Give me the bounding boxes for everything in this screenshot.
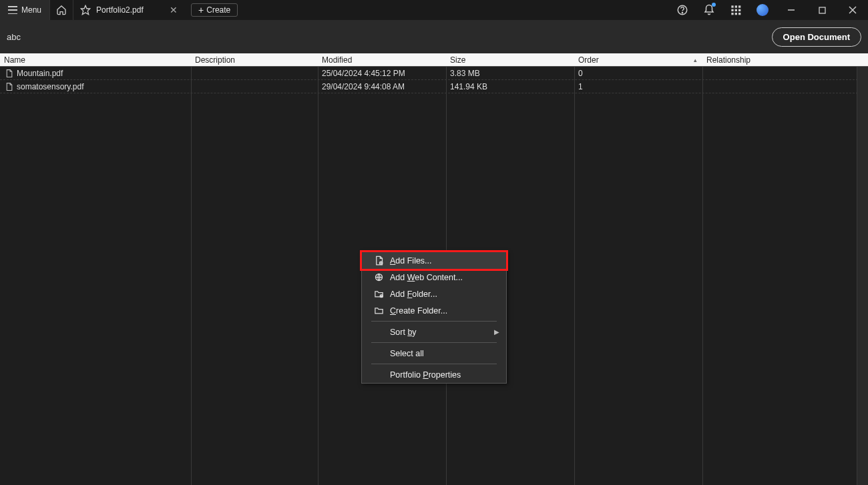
apps-button[interactable]	[722, 0, 749, 20]
column-header-name[interactable]: Name	[0, 55, 191, 65]
notifications-button[interactable]	[696, 0, 722, 20]
create-label: Create	[206, 5, 230, 15]
globe-icon	[756, 4, 769, 16]
context-menu-label: Add Web Content...	[386, 273, 499, 282]
column-header-relationship[interactable]: Relationship	[702, 55, 868, 65]
notification-dot-icon	[712, 3, 716, 7]
close-window-button[interactable]	[837, 0, 868, 20]
maximize-button[interactable]	[807, 0, 837, 20]
context-menu-sort-by[interactable]: Sort by ▶	[362, 324, 506, 340]
table-body[interactable]: Mountain.pdf 25/04/2024 4:45:12 PM 3.83 …	[0, 67, 868, 485]
submenu-arrow-icon: ▶	[494, 328, 499, 336]
scrollbar[interactable]	[857, 67, 868, 485]
svg-marker-0	[81, 5, 89, 14]
minimize-icon	[787, 6, 795, 14]
file-name: somatosensory.pdf	[17, 82, 84, 91]
svg-rect-3	[731, 5, 733, 7]
table-row[interactable]: somatosensory.pdf 29/04/2024 9:44:08 AM …	[0, 80, 868, 93]
context-menu-label: Create Folder...	[386, 306, 499, 316]
context-menu-separator	[371, 364, 497, 364]
cell-order: 0	[574, 69, 702, 78]
svg-rect-8	[738, 9, 740, 11]
svg-point-2	[682, 13, 682, 13]
breadcrumb: abc	[7, 32, 21, 42]
context-menu-separator	[371, 342, 497, 343]
tab-title: Portfolio2.pdf	[96, 5, 144, 15]
hamburger-icon	[8, 6, 17, 14]
add-folder-icon	[371, 289, 386, 299]
cell-size: 3.83 MB	[446, 69, 574, 78]
column-header-order[interactable]: Order ▴	[574, 55, 702, 65]
cell-modified: 29/04/2024 9:44:08 AM	[318, 82, 446, 91]
document-tab[interactable]: Portfolio2.pdf ✕	[73, 0, 187, 20]
context-menu-label: Portfolio Properties	[386, 370, 499, 380]
help-icon	[676, 4, 688, 16]
context-menu-select-all[interactable]: Select all	[362, 345, 506, 362]
context-menu-create-folder[interactable]: Create Folder...	[362, 302, 506, 319]
plus-icon: +	[198, 5, 204, 15]
context-menu-label: Select all	[386, 349, 499, 358]
web-icon	[371, 272, 386, 282]
open-document-label: Open Document	[783, 32, 850, 42]
grid-icon	[730, 5, 741, 15]
column-header-modified[interactable]: Modified	[318, 55, 446, 65]
svg-rect-13	[819, 7, 825, 13]
column-header-size[interactable]: Size	[446, 55, 574, 65]
close-tab-button[interactable]: ✕	[167, 5, 180, 15]
column-header-description[interactable]: Description	[191, 55, 318, 65]
cell-size: 141.94 KB	[446, 82, 574, 91]
svg-rect-6	[731, 9, 733, 11]
context-menu-label: Sort by	[386, 328, 494, 337]
account-button[interactable]	[749, 0, 776, 20]
context-menu-add-folder[interactable]: Add Folder...	[362, 286, 506, 302]
cell-order: 1	[574, 82, 702, 91]
context-menu-label: Add Files...	[386, 256, 499, 266]
folder-icon	[371, 306, 386, 316]
context-menu-separator	[371, 321, 497, 322]
create-button[interactable]: + Create	[191, 3, 238, 17]
file-name: Mountain.pdf	[17, 69, 63, 78]
context-menu-portfolio-properties[interactable]: Portfolio Properties	[362, 366, 506, 383]
close-icon	[849, 6, 857, 14]
context-menu-add-web-content[interactable]: Add Web Content...	[362, 269, 506, 286]
context-menu-label: Add Folder...	[386, 290, 499, 299]
toolbar: abc Open Document	[0, 20, 868, 53]
svg-rect-11	[738, 13, 740, 15]
cell-modified: 25/04/2024 4:45:12 PM	[318, 69, 446, 78]
menu-label: Menu	[21, 5, 41, 15]
svg-rect-9	[731, 13, 733, 15]
svg-rect-7	[735, 9, 737, 11]
help-button[interactable]	[669, 0, 696, 20]
minimize-button[interactable]	[776, 0, 807, 20]
pdf-file-icon	[4, 69, 13, 78]
table-row[interactable]: Mountain.pdf 25/04/2024 4:45:12 PM 3.83 …	[0, 67, 868, 80]
svg-rect-5	[738, 5, 740, 7]
svg-rect-4	[735, 5, 737, 7]
home-button[interactable]	[49, 0, 73, 20]
title-bar: Menu Portfolio2.pdf ✕ + Create	[0, 0, 868, 20]
context-menu: Add Files... Add Web Content... Add Fold…	[361, 252, 507, 384]
table-header: Name Description Modified Size Order ▴ R…	[0, 53, 868, 67]
open-document-button[interactable]: Open Document	[772, 27, 861, 47]
sort-ascending-icon: ▴	[694, 57, 697, 63]
maximize-icon	[819, 7, 826, 14]
home-icon	[56, 5, 67, 15]
menu-button[interactable]: Menu	[0, 0, 49, 20]
star-icon	[80, 5, 91, 15]
pdf-file-icon	[4, 82, 13, 91]
add-file-icon	[371, 256, 386, 266]
context-menu-add-files[interactable]: Add Files...	[362, 252, 506, 269]
svg-rect-10	[735, 13, 737, 15]
